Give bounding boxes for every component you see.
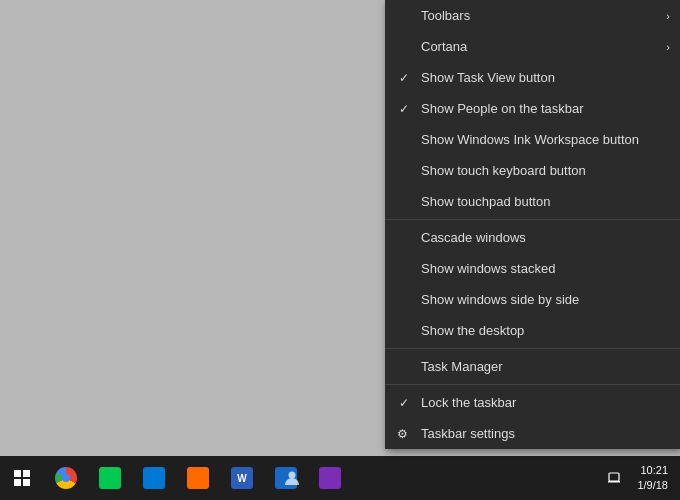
menu-item-cortana[interactable]: Cortana› (385, 31, 680, 62)
menu-item-show-desktop[interactable]: Show the desktop (385, 315, 680, 346)
menu-label-show-ink: Show Windows Ink Workspace button (421, 132, 639, 147)
green-app-icon (99, 467, 121, 489)
taskbar-app-chrome[interactable] (44, 456, 88, 500)
menu-label-toolbars: Toolbars (421, 8, 470, 23)
menu-label-taskbar-settings: Taskbar settings (421, 426, 515, 441)
menu-label-show-people: Show People on the taskbar (421, 101, 584, 116)
context-menu: Toolbars›Cortana›✓Show Task View button✓… (385, 0, 680, 449)
start-button[interactable] (0, 456, 44, 500)
desktop: Toolbars›Cortana›✓Show Task View button✓… (0, 0, 680, 500)
menu-item-show-task-view[interactable]: ✓Show Task View button (385, 62, 680, 93)
word-icon: W (231, 467, 253, 489)
menu-label-show-desktop: Show the desktop (421, 323, 524, 338)
checkmark-icon: ✓ (399, 396, 409, 410)
checkmark-icon: ✓ (399, 71, 409, 85)
menu-item-show-touchpad[interactable]: Show touchpad button (385, 186, 680, 217)
outlook-icon (143, 467, 165, 489)
submenu-arrow-icon: › (666, 41, 670, 53)
menu-label-lock-taskbar: Lock the taskbar (421, 395, 516, 410)
menu-item-stacked[interactable]: Show windows stacked (385, 253, 680, 284)
menu-item-side-by-side[interactable]: Show windows side by side (385, 284, 680, 315)
system-tray: 10:21 1/9/18 (599, 456, 680, 500)
svg-rect-2 (608, 481, 620, 483)
clock-time: 10:21 (637, 463, 668, 478)
purple-app-icon (319, 467, 341, 489)
people-button[interactable] (270, 456, 314, 500)
menu-separator-14 (385, 384, 680, 385)
menu-label-cortana: Cortana (421, 39, 467, 54)
menu-label-show-touch: Show touch keyboard button (421, 163, 586, 178)
taskbar-app-outlook[interactable] (132, 456, 176, 500)
menu-item-cascade[interactable]: Cascade windows (385, 222, 680, 253)
chrome-icon (55, 467, 77, 489)
people-icon (282, 468, 302, 488)
svg-point-0 (289, 472, 296, 479)
menu-item-show-people[interactable]: ✓Show People on the taskbar (385, 93, 680, 124)
taskbar-clock[interactable]: 10:21 1/9/18 (629, 463, 676, 494)
taskbar-app-green[interactable] (88, 456, 132, 500)
menu-separator-7 (385, 219, 680, 220)
windows-logo-icon (14, 470, 30, 486)
checkmark-icon: ✓ (399, 102, 409, 116)
notification-icon[interactable] (599, 456, 629, 500)
menu-label-stacked: Show windows stacked (421, 261, 555, 276)
menu-item-show-ink[interactable]: Show Windows Ink Workspace button (385, 124, 680, 155)
gear-icon: ⚙ (397, 427, 408, 441)
submenu-arrow-icon: › (666, 10, 670, 22)
menu-label-show-touchpad: Show touchpad button (421, 194, 550, 209)
menu-label-show-task-view: Show Task View button (421, 70, 555, 85)
menu-label-cascade: Cascade windows (421, 230, 526, 245)
menu-item-show-touch[interactable]: Show touch keyboard button (385, 155, 680, 186)
menu-label-task-manager: Task Manager (421, 359, 503, 374)
menu-label-side-by-side: Show windows side by side (421, 292, 579, 307)
menu-item-taskbar-settings[interactable]: ⚙Taskbar settings (385, 418, 680, 449)
taskbar: W 10:21 (0, 456, 680, 500)
taskbar-app-word[interactable]: W (220, 456, 264, 500)
menu-separator-12 (385, 348, 680, 349)
svg-rect-1 (609, 473, 619, 481)
menu-item-task-manager[interactable]: Task Manager (385, 351, 680, 382)
menu-item-toolbars[interactable]: Toolbars› (385, 0, 680, 31)
orange-app-icon (187, 467, 209, 489)
taskbar-app-purple[interactable] (308, 456, 352, 500)
clock-date: 1/9/18 (637, 478, 668, 493)
taskbar-app-orange[interactable] (176, 456, 220, 500)
menu-item-lock-taskbar[interactable]: ✓Lock the taskbar (385, 387, 680, 418)
